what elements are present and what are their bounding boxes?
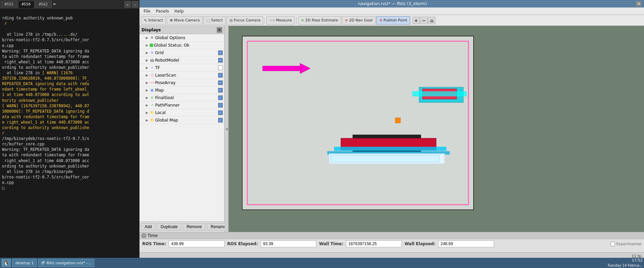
move-camera-label: Move Camera <box>174 18 200 22</box>
display-item-tf[interactable]: ▶ ✦ TF <box>139 64 224 72</box>
display-icon-grid: ⊞ <box>150 50 154 55</box>
display-item-global-options[interactable]: ▶ ⚙ Global Options <box>139 34 224 42</box>
move-camera-btn[interactable]: ⊕ Move Camera <box>167 16 203 25</box>
expand-arrow-global-status: ▶ <box>145 44 149 47</box>
taskbar-start-btn[interactable]: 🐧 <box>1 259 11 267</box>
terminal-close-btn[interactable]: ✕ <box>125 1 131 7</box>
display-item-finalgoal[interactable]: ▶ ⊛ FinalGoal ✓ <box>139 94 224 101</box>
display-item-global-status[interactable]: ▶ Global Status: Ok <box>139 42 224 49</box>
expand-arrow-map: ▶ <box>145 89 149 92</box>
rviz-window: navigation.rviz* — RViz (3_xterm) ⧉ File… <box>139 0 644 268</box>
focus-camera-label: Focus Camera <box>234 18 260 22</box>
expand-arrow-laserscan: ▶ <box>145 74 149 77</box>
ros-elapsed-field[interactable] <box>261 240 316 247</box>
taskbar-date: Tuesday 14 Februa... <box>607 263 643 268</box>
expand-arrow-global-options: ▶ <box>145 36 149 40</box>
titlebar-maximize-btn[interactable]: ⧉ <box>636 1 641 6</box>
taskbar-rviz-icon: 🗗 <box>41 261 45 265</box>
menu-help[interactable]: Help <box>172 8 186 14</box>
displays-close-btn[interactable]: ✕ <box>217 27 222 33</box>
display-icon-finalgoal: ⊛ <box>150 95 154 100</box>
terminal-minimize-btn[interactable]: — <box>132 1 138 7</box>
expand-arrow-pathplanner: ▶ <box>145 104 149 107</box>
display-checkbox-tf[interactable] <box>218 65 223 70</box>
display-icon-pathplanner: ↗ <box>150 103 154 108</box>
wall-elapsed-field[interactable] <box>438 240 494 247</box>
menu-file[interactable]: File <box>141 8 153 14</box>
collapse-handle[interactable]: ◀ <box>225 26 229 232</box>
nav-goal-label: 2D Nav Goal <box>349 18 373 22</box>
display-checkbox-map[interactable]: ✓ <box>218 88 223 93</box>
interact-btn[interactable]: ↖ Interact <box>141 16 166 25</box>
terminal-tab-562[interactable]: #562 <box>35 1 52 8</box>
display-checkbox-posearray[interactable]: ✓ <box>218 80 223 85</box>
zoom-minus-btn[interactable]: − <box>420 17 428 24</box>
time-header: ⏱ Time <box>139 232 644 239</box>
expand-arrow-posearray: ▶ <box>145 81 149 84</box>
display-item-globalmap[interactable]: ▶ 📁 Global Map ✓ <box>139 116 224 124</box>
zoom-home-btn[interactable]: ⌂ <box>428 17 435 24</box>
display-checkbox-laserscan[interactable]: ✓ <box>218 73 223 78</box>
nav-goal-btn[interactable]: ➤ 2D Nav Goal <box>342 16 376 25</box>
display-item-robotmodel[interactable]: ▶ 🤖 RobotModel ✓ <box>139 57 224 64</box>
taskbar-rviz-label: RViz navigation.rviz* -... <box>46 261 91 265</box>
ros-time-field[interactable] <box>169 240 225 247</box>
select-btn[interactable]: □ Select <box>203 16 226 25</box>
pose-estimate-btn[interactable]: ➤ 2D Pose Estimate <box>298 16 341 25</box>
measure-label: Measure <box>276 18 292 22</box>
display-item-local[interactable]: ▶ 📁 Local ✓ <box>139 109 224 116</box>
displays-buttons: Add Duplicate Remove Rename <box>139 221 224 232</box>
select-icon: □ <box>207 18 210 22</box>
add-display-btn[interactable]: Add <box>141 223 155 231</box>
display-item-map[interactable]: ▶ ▦ Map ✓ <box>139 86 224 94</box>
terminal-more-btn[interactable]: ▶ <box>52 1 57 8</box>
remove-display-btn[interactable]: Remove <box>183 223 205 231</box>
experimental-checkbox[interactable] <box>611 242 615 246</box>
measure-icon: ⟺ <box>269 18 275 22</box>
titlebar-title: navigation.rviz* — RViz (3_xterm) <box>149 1 636 6</box>
time-header-label: Time <box>148 233 158 238</box>
taskbar-desktop-item[interactable]: desktop 1 <box>12 259 37 267</box>
zoom-plus-btn[interactable]: + <box>412 17 420 24</box>
ros-time-label: ROS Time: <box>142 241 166 246</box>
time-clock-icon: ⏱ <box>142 233 146 238</box>
focus-camera-btn[interactable]: ◎ Focus Camera <box>227 16 264 25</box>
duplicate-display-btn[interactable]: Duplicate <box>157 223 181 231</box>
svg-rect-1 <box>242 36 474 210</box>
expand-arrow-robotmodel: ▶ <box>145 59 149 62</box>
display-checkbox-finalgoal[interactable]: ✓ <box>218 95 223 100</box>
display-checkbox-globalmap[interactable]: ✓ <box>218 118 223 123</box>
display-name-grid: Grid <box>155 50 217 55</box>
menu-panels[interactable]: Panels <box>153 8 172 14</box>
measure-btn[interactable]: ⟺ Measure <box>266 16 295 25</box>
display-checkbox-pathplanner[interactable]: ✓ <box>218 103 223 108</box>
svg-rect-10 <box>334 147 446 151</box>
display-item-pathplanner[interactable]: ▶ ↗ PathPlanner ✓ <box>139 101 224 109</box>
select-label: Select <box>211 18 223 22</box>
taskbar-desktop-label: desktop 1 <box>15 261 34 265</box>
time-panel: ⏱ Time ROS Time: ROS Elapsed: Wall Time:… <box>139 232 644 252</box>
display-name-finalgoal: FinalGoal <box>155 95 217 100</box>
display-icon-global-options: ⚙ <box>150 35 154 40</box>
display-checkbox-robotmodel[interactable]: ✓ <box>218 58 223 63</box>
display-name-globalmap: Global Map <box>155 118 217 123</box>
wall-time-field[interactable] <box>346 240 402 247</box>
display-item-posearray[interactable]: ▶ ⟶ PoseArray ✓ <box>139 79 224 86</box>
display-checkbox-local[interactable]: ✓ <box>218 110 223 115</box>
displays-tree: ▶ ⚙ Global Options ▶ Global Status: Ok ▶… <box>139 34 224 198</box>
display-item-laserscan[interactable]: ▶ ⬡ LaserScan ✓ <box>139 72 224 79</box>
display-icon-globalmap: 📁 <box>150 118 154 123</box>
displays-title: Displays <box>142 28 161 32</box>
expand-arrow-tf: ▶ <box>145 66 149 69</box>
terminal-tab-558[interactable]: #558 <box>18 1 35 8</box>
display-item-grid[interactable]: ▶ ⊞ Grid ✓ <box>139 49 224 57</box>
ros-elapsed-label: ROS Elapsed: <box>227 241 258 246</box>
terminal-tab-551[interactable]: #551 <box>1 1 17 8</box>
taskbar-rviz-item[interactable]: 🗗 RViz navigation.rviz* -... <box>38 259 94 267</box>
publish-point-btn[interactable]: ⊕ Publish Point <box>376 16 410 25</box>
display-name-local: Local <box>155 110 217 115</box>
display-checkbox-grid[interactable]: ✓ <box>218 50 223 55</box>
terminal-panel: #551 #558 #562 ▶ ✕ — rding to authority … <box>0 0 139 268</box>
displays-fold-area <box>139 198 224 221</box>
viewport[interactable] <box>229 26 644 232</box>
